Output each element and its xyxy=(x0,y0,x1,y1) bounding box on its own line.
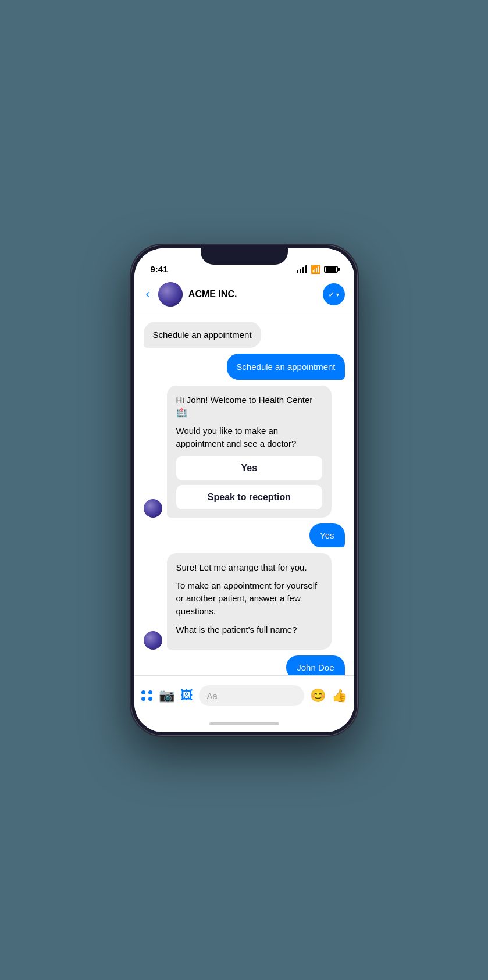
emoji-icon[interactable]: 😊 xyxy=(310,688,326,703)
status-time: 9:41 xyxy=(151,264,168,274)
bot-card-message: Hi John! Welcome to Health Center 🏥 Woul… xyxy=(167,386,332,518)
card-text-1: Hi John! Welcome to Health Center 🏥 xyxy=(176,394,323,419)
received-message: Schedule an appointment xyxy=(144,322,261,348)
chat-area: Schedule an appointment Schedule an appo… xyxy=(134,312,354,675)
back-button[interactable]: ‹ xyxy=(144,284,152,304)
card2-text-1: Sure! Let me arrange that for you. xyxy=(176,561,323,574)
input-bar: 📷 🖼 Aa 😊 👍 xyxy=(134,675,354,716)
phone-frame: 9:41 📶 ‹ ACME INC. ✓ xyxy=(131,245,358,736)
thumbs-up-icon[interactable]: 👍 xyxy=(332,688,347,703)
action-button[interactable]: ✓ ▾ xyxy=(323,283,345,305)
home-bar xyxy=(209,722,279,725)
sent-message: Schedule an appointment xyxy=(227,354,344,380)
card2-text-2: To make an appointment for yourself or a… xyxy=(176,579,323,617)
home-indicator xyxy=(134,716,354,732)
sent-message-yes: Yes xyxy=(309,523,344,547)
speak-to-reception-button[interactable]: Speak to reception xyxy=(176,485,323,509)
message-row: Hi John! Welcome to Health Center 🏥 Woul… xyxy=(144,386,345,518)
menu-dots-icon[interactable] xyxy=(141,690,153,701)
chat-title: ACME INC. xyxy=(188,289,317,300)
message-row: Schedule an appointment xyxy=(144,322,345,348)
yes-button[interactable]: Yes xyxy=(176,456,323,480)
message-row: Schedule an appointment xyxy=(144,354,345,380)
wifi-icon: 📶 xyxy=(311,265,320,274)
card2-text-3: What is the patient's full name? xyxy=(176,623,323,636)
message-row: John Doe xyxy=(144,655,345,675)
message-input[interactable]: Aa xyxy=(199,685,304,706)
notch xyxy=(201,245,288,265)
signal-bars-icon xyxy=(297,265,307,273)
status-icons: 📶 xyxy=(297,265,338,274)
phone-screen: 9:41 📶 ‹ ACME INC. ✓ xyxy=(134,248,354,732)
card-text-2: Would you like to make an appointment an… xyxy=(176,425,323,450)
checkmark-icon: ✓ xyxy=(328,290,335,299)
sent-message-john-doe: John Doe xyxy=(286,655,344,675)
bot-card-message-2: Sure! Let me arrange that for you. To ma… xyxy=(167,553,332,650)
message-row: Yes xyxy=(144,523,345,547)
battery-icon xyxy=(324,266,338,273)
bot-avatar xyxy=(144,631,162,650)
message-row: Sure! Let me arrange that for you. To ma… xyxy=(144,553,345,650)
avatar xyxy=(158,282,183,307)
chevron-down-icon: ▾ xyxy=(336,291,339,298)
input-placeholder: Aa xyxy=(207,691,218,701)
bot-avatar xyxy=(144,499,162,518)
chat-header: ‹ ACME INC. ✓ ▾ xyxy=(134,277,354,312)
photo-icon[interactable]: 🖼 xyxy=(180,688,193,703)
camera-icon[interactable]: 📷 xyxy=(159,688,174,703)
